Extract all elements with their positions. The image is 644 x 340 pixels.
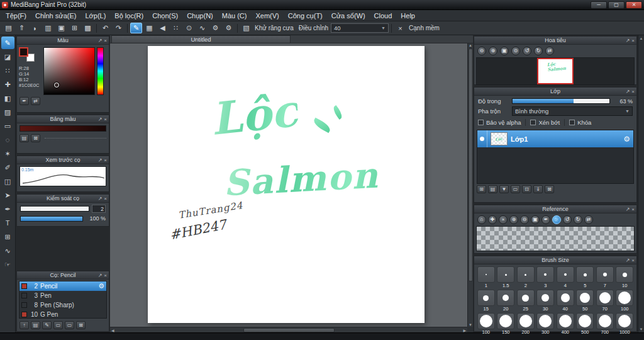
- brush-scatter-icon[interactable]: ∷: [170, 23, 182, 33]
- menu-item-1[interactable]: Chỉnh sửa(E): [31, 11, 80, 21]
- close-icon[interactable]: ×: [631, 38, 635, 43]
- brush-size-button-100[interactable]: [616, 290, 633, 306]
- color-swatches[interactable]: [19, 47, 38, 64]
- paste-icon[interactable]: ▣: [55, 23, 67, 33]
- maximize-button[interactable]: ▢: [608, 1, 625, 9]
- brush-type-icon[interactable]: ▦: [143, 23, 155, 33]
- hand-tool[interactable]: ☞: [1, 258, 14, 271]
- actual-size-icon[interactable]: ⊙: [511, 47, 520, 55]
- brush-size-button-400[interactable]: [557, 313, 574, 329]
- ref-zoom-out-icon[interactable]: ⊖: [520, 215, 529, 224]
- palette-gradient[interactable]: [19, 125, 106, 132]
- lock-checkbox[interactable]: [569, 120, 575, 125]
- save-icon[interactable]: ⇑: [16, 23, 28, 33]
- vertical-scrollbar[interactable]: ▲ ▼: [467, 43, 473, 327]
- brush-size-button-1.5[interactable]: [497, 266, 514, 283]
- brush-curve-icon[interactable]: ∿: [196, 23, 208, 33]
- drawing-canvas[interactable]: Lộc Salmon ThuTrang24 #HB247: [148, 46, 425, 323]
- menu-item-4[interactable]: Chọn(S): [148, 11, 182, 21]
- popout-icon[interactable]: ↗: [98, 196, 103, 201]
- color-picker-cursor[interactable]: [54, 82, 59, 88]
- menu-item-8[interactable]: Công cụ(T): [284, 11, 327, 21]
- brush-size-button-1[interactable]: [477, 266, 495, 283]
- menu-item-10[interactable]: Cloud: [370, 11, 397, 21]
- new-folder-icon[interactable]: ▭: [511, 185, 520, 193]
- close-icon[interactable]: ×: [104, 196, 107, 201]
- canvas-viewport[interactable]: Lộc Salmon ThuTrang24 #HB247 ▲ ▼ ◀ ▶: [110, 43, 473, 332]
- redo-icon[interactable]: ↷: [113, 23, 125, 33]
- layer-row-lop1[interactable]: Lộc Lớp1 ⚙: [477, 130, 633, 147]
- duplicate-layer-icon[interactable]: ⊡: [522, 185, 531, 193]
- new-brush-icon[interactable]: ▤: [31, 321, 40, 329]
- brush-size-button-25[interactable]: [517, 290, 535, 306]
- brush-size-button-10[interactable]: [616, 266, 633, 283]
- dot-pen-tool[interactable]: ∷: [1, 64, 14, 77]
- brush-size-button-5[interactable]: [576, 266, 594, 283]
- text-tool[interactable]: T: [1, 217, 14, 229]
- brush-size-slider[interactable]: [20, 206, 89, 212]
- blend-dropdown[interactable]: Bình thường ▼: [512, 106, 633, 116]
- close-button[interactable]: ✕: [626, 1, 642, 9]
- horizontal-scroll-thumb[interactable]: [243, 328, 335, 332]
- brush-size-button-700[interactable]: [596, 313, 614, 329]
- ref-flip-icon[interactable]: ⇄: [584, 215, 593, 224]
- swap-colors-icon[interactable]: ⇄: [31, 97, 40, 105]
- zoom-in-icon[interactable]: ⊕: [489, 47, 497, 55]
- menu-item-5[interactable]: Chụp(N): [182, 11, 218, 21]
- comment-icon[interactable]: ◗: [29, 23, 41, 33]
- add-color-icon[interactable]: ▤: [19, 134, 29, 142]
- lasso-tool[interactable]: ◌: [1, 133, 14, 146]
- soft-edge-icon[interactable]: ×: [394, 23, 406, 33]
- brush-size-button-15[interactable]: [477, 290, 495, 306]
- brush-size-button-40[interactable]: [557, 290, 574, 306]
- brush-size-button-30[interactable]: [536, 290, 554, 306]
- brush-size-button-100[interactable]: [477, 313, 495, 329]
- brush-size-button-4[interactable]: [557, 266, 574, 283]
- layer-visibility-toggle[interactable]: [477, 130, 487, 147]
- new-layer-icon[interactable]: ⊞: [477, 185, 486, 193]
- scroll-up-icon[interactable]: ▲: [469, 43, 472, 47]
- brush-tool[interactable]: ✎: [1, 37, 14, 49]
- gear-icon[interactable]: ⚙: [98, 282, 104, 290]
- brush-size-button-1000[interactable]: [616, 313, 633, 329]
- ref-zoom-in-icon[interactable]: ⊕: [509, 215, 518, 224]
- menu-item-7[interactable]: Xem(V): [251, 11, 283, 21]
- menu-item-11[interactable]: Help: [396, 11, 419, 21]
- close-icon[interactable]: ×: [104, 116, 107, 122]
- brush-prev-icon[interactable]: ◀: [157, 23, 169, 33]
- brush-size-button-7[interactable]: [596, 266, 614, 283]
- curve-tool[interactable]: ∿: [1, 244, 14, 257]
- ref-hand-icon[interactable]: ☞: [552, 215, 561, 224]
- material-panel-icon[interactable]: ▩: [82, 23, 94, 33]
- select-tool[interactable]: ▭: [1, 120, 14, 132]
- alpha-protect-checkbox[interactable]: [478, 120, 484, 125]
- copy-icon[interactable]: ▥: [42, 23, 54, 33]
- brush-size-button-2[interactable]: [517, 266, 535, 283]
- ref-eyedropper-icon[interactable]: ✒: [541, 215, 550, 224]
- dock-scrollbar[interactable]: ▲ ▼: [638, 35, 644, 332]
- eraser-tool[interactable]: ◪: [1, 50, 14, 63]
- brush-pressure-icon[interactable]: ⊙: [183, 23, 195, 33]
- vertical-scroll-thumb[interactable]: [469, 48, 473, 281]
- move-tool[interactable]: ✚: [1, 78, 14, 91]
- zoom-out-icon[interactable]: ⊖: [477, 47, 486, 55]
- brush-settings-icon[interactable]: ⚙: [209, 23, 221, 33]
- add-brush-icon[interactable]: ↑: [19, 321, 29, 329]
- popout-icon[interactable]: ↗: [98, 38, 103, 43]
- navigator-thumbnail[interactable]: LộcSalmon: [537, 58, 574, 84]
- brush-item-3[interactable]: 10G Pen: [19, 310, 106, 319]
- operation-tool[interactable]: ➤: [1, 189, 14, 201]
- popout-icon[interactable]: ↗: [626, 258, 630, 263]
- ref-home-icon[interactable]: ⌂: [477, 215, 486, 224]
- rotate-ccw-icon[interactable]: ↺: [523, 47, 531, 55]
- horizontal-scrollbar[interactable]: ◀ ▶: [110, 327, 467, 332]
- brush-size-value[interactable]: 2: [92, 205, 106, 213]
- brush-folder-icon[interactable]: ▭: [53, 321, 63, 329]
- scroll-right-icon[interactable]: ▶: [463, 328, 466, 332]
- popout-icon[interactable]: ↗: [98, 157, 103, 163]
- canvas-tab[interactable]: Untitled: [111, 35, 291, 43]
- brush-item-2[interactable]: 8Pen (Sharp): [19, 300, 106, 310]
- brush-size-button-500[interactable]: [576, 313, 594, 329]
- brush-item-0[interactable]: 2Pencil⚙: [19, 281, 106, 291]
- brush-size-button-20[interactable]: [497, 290, 514, 306]
